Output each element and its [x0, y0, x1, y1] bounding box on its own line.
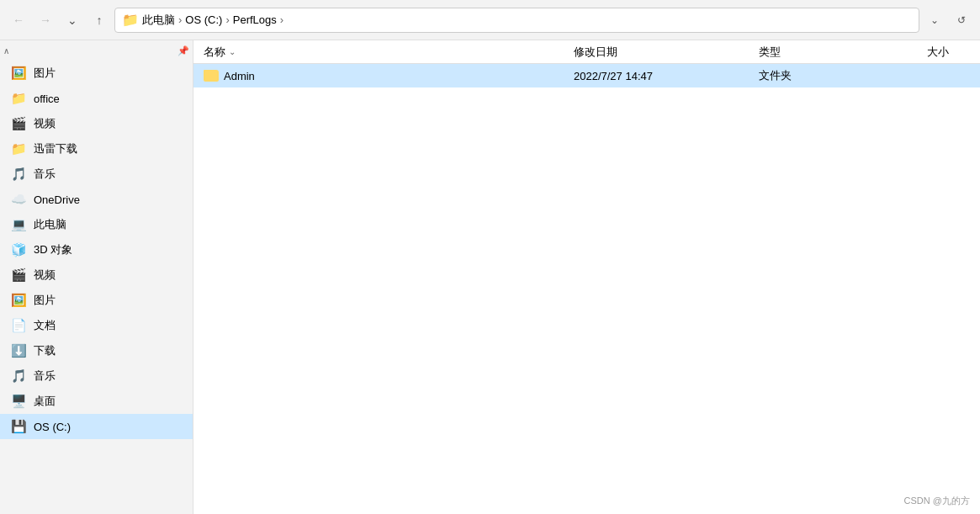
sidebar-icon-onedrive-sidebar: ☁️: [10, 191, 27, 208]
sidebar-item-video2-sidebar[interactable]: 🎬视频: [0, 262, 193, 288]
sidebar-icon-video2-sidebar: 🎬: [10, 267, 27, 283]
col-header-type[interactable]: 类型: [752, 40, 920, 63]
sidebar-label-office-sidebar: office: [34, 93, 60, 105]
sidebar-item-video-sidebar[interactable]: 🎬视频: [0, 111, 193, 136]
folder-icon: [204, 70, 219, 82]
sidebar-label-video-sidebar: 视频: [34, 116, 56, 131]
dropdown2-button[interactable]: ⌄: [923, 8, 946, 32]
sidebar-item-desktop-sidebar[interactable]: 🖥️桌面: [0, 389, 193, 414]
refresh-button[interactable]: ↺: [950, 8, 973, 32]
breadcrumb-sep-2: ›: [225, 13, 229, 26]
sidebar-item-osc-sidebar[interactable]: 💾OS (C:): [0, 414, 193, 439]
file-date-cell: 2022/7/27 14:47: [567, 70, 752, 82]
file-type-cell: 文件夹: [752, 68, 920, 83]
sidebar-icon-3d-sidebar: 🧊: [10, 241, 27, 258]
sidebar-label-onedrive-sidebar: OneDrive: [34, 193, 80, 206]
folder-icon-address: 📁: [122, 12, 139, 28]
file-list: Admin2022/7/27 14:47文件夹: [193, 64, 980, 514]
dropdown-button[interactable]: ⌄: [61, 8, 84, 32]
sidebar-icon-video-sidebar: 🎬: [10, 115, 27, 132]
title-bar: ← → ⌄ ↑ 📁 此电脑 › OS (C:) › PerfLogs › ⌄ ↺: [0, 0, 980, 40]
sidebar-items: 🖼️图片📁office🎬视频📁迅雷下载🎵音乐☁️OneDrive💻此电脑🧊3D …: [0, 61, 193, 439]
sidebar-item-docs-sidebar[interactable]: 📄文档: [0, 313, 193, 338]
sidebar-controls: ∧ 📌: [0, 40, 193, 61]
collapse-arrow[interactable]: ∧: [3, 46, 9, 56]
up-button[interactable]: ↑: [87, 8, 111, 32]
sidebar-icon-office-sidebar: 📁: [10, 90, 27, 107]
sidebar-item-pictures2-sidebar[interactable]: 🖼️图片: [0, 288, 193, 313]
watermark: CSDN @九的方: [904, 495, 970, 507]
sidebar-item-3d-sidebar[interactable]: 🧊3D 对象: [0, 237, 193, 262]
table-row[interactable]: Admin2022/7/27 14:47文件夹: [193, 64, 980, 87]
sidebar-icon-docs-sidebar: 📄: [10, 317, 27, 334]
sidebar-item-onedrive-sidebar[interactable]: ☁️OneDrive: [0, 187, 193, 212]
col-header-date[interactable]: 修改日期: [567, 40, 752, 63]
breadcrumb-sep-3: ›: [280, 13, 283, 26]
breadcrumb-sep-1: ›: [178, 13, 182, 26]
sidebar-item-music-sidebar[interactable]: 🎵音乐: [0, 162, 193, 187]
breadcrumb: 此电脑 › OS (C:) › PerfLogs ›: [142, 13, 285, 28]
sort-arrow: ⌄: [229, 47, 236, 56]
toolbar-right: ⌄ ↺: [923, 8, 973, 32]
breadcrumb-perflogs[interactable]: PerfLogs: [233, 13, 277, 26]
sidebar-label-music-sidebar: 音乐: [34, 167, 56, 182]
back-button[interactable]: ←: [7, 8, 30, 32]
sidebar-label-music2-sidebar: 音乐: [34, 368, 56, 384]
sidebar-label-docs-sidebar: 文档: [34, 318, 56, 333]
sidebar-item-office-sidebar[interactable]: 📁office: [0, 86, 193, 111]
sidebar-item-pictures-sidebar[interactable]: 🖼️图片: [0, 61, 193, 86]
sidebar-icon-pictures-sidebar: 🖼️: [10, 65, 27, 82]
sidebar-item-music2-sidebar[interactable]: 🎵音乐: [0, 363, 193, 389]
sidebar-icon-mypc-sidebar: 💻: [10, 216, 27, 233]
sidebar-label-pictures2-sidebar: 图片: [34, 293, 56, 308]
sidebar-icon-download-sidebar: ⬇️: [10, 342, 27, 359]
file-name: Admin: [224, 70, 255, 82]
forward-button[interactable]: →: [34, 8, 57, 32]
sidebar-icon-music-sidebar: 🎵: [10, 166, 27, 183]
breadcrumb-osc[interactable]: OS (C:): [185, 13, 222, 26]
sidebar-icon-osc-sidebar: 💾: [10, 418, 27, 435]
content-area: 名称 ⌄ 修改日期 类型 大小 Admin2022/7/27 14:47文件夹: [193, 40, 980, 514]
breadcrumb-pc[interactable]: 此电脑: [142, 13, 175, 28]
col-header-size[interactable]: 大小: [920, 40, 977, 63]
sidebar-label-video2-sidebar: 视频: [34, 268, 56, 283]
sidebar-label-pictures-sidebar: 图片: [34, 66, 56, 81]
address-bar[interactable]: 📁 此电脑 › OS (C:) › PerfLogs ›: [114, 8, 919, 33]
sidebar-label-desktop-sidebar: 桌面: [34, 394, 56, 409]
sidebar-icon-thunder-sidebar: 📁: [10, 140, 27, 157]
column-headers: 名称 ⌄ 修改日期 类型 大小: [193, 40, 980, 64]
sidebar-label-osc-sidebar: OS (C:): [34, 421, 71, 433]
sidebar-label-thunder-sidebar: 迅雷下载: [34, 141, 77, 156]
col-header-name[interactable]: 名称 ⌄: [197, 40, 567, 63]
main-container: ∧ 📌 🖼️图片📁office🎬视频📁迅雷下载🎵音乐☁️OneDrive💻此电脑…: [0, 40, 980, 514]
sidebar-label-download-sidebar: 下载: [34, 343, 56, 358]
sidebar-label-3d-sidebar: 3D 对象: [34, 242, 72, 257]
sidebar-item-thunder-sidebar[interactable]: 📁迅雷下载: [0, 136, 193, 162]
pin-icon[interactable]: 📌: [177, 45, 189, 56]
sidebar-icon-music2-sidebar: 🎵: [10, 368, 27, 384]
sidebar-icon-desktop-sidebar: 🖥️: [10, 393, 27, 410]
sidebar-item-download-sidebar[interactable]: ⬇️下载: [0, 338, 193, 363]
sidebar-label-mypc-sidebar: 此电脑: [34, 217, 66, 232]
sidebar-icon-pictures2-sidebar: 🖼️: [10, 292, 27, 309]
sidebar-item-mypc-sidebar[interactable]: 💻此电脑: [0, 212, 193, 237]
file-name-cell: Admin: [197, 70, 567, 82]
sidebar: ∧ 📌 🖼️图片📁office🎬视频📁迅雷下载🎵音乐☁️OneDrive💻此电脑…: [0, 40, 193, 514]
